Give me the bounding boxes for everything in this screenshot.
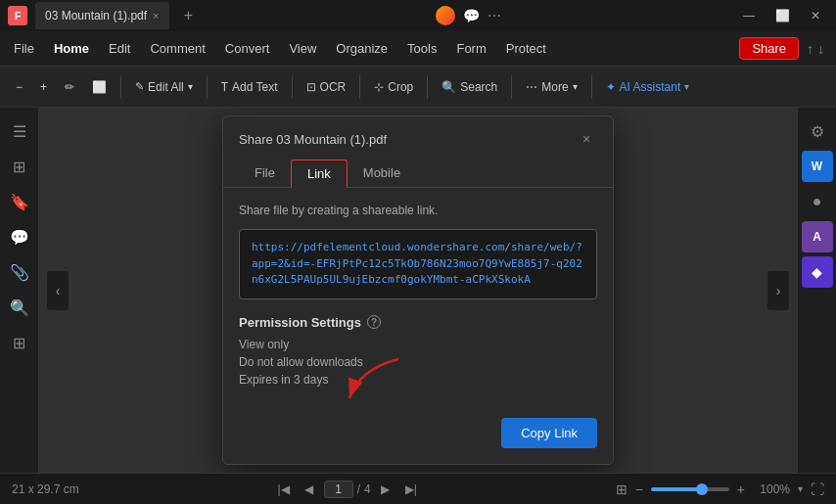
page-separator: / — [357, 482, 360, 496]
zoom-in-icon[interactable]: + — [737, 481, 745, 497]
share-link-box[interactable]: https://pdfelementcloud.wondershare.com/… — [239, 229, 597, 299]
add-text-icon: T — [221, 80, 228, 94]
toolbar-divider-3 — [292, 75, 293, 99]
right-btn-settings[interactable]: ⚙ — [802, 115, 833, 147]
more-chevron-icon: ▾ — [573, 81, 578, 92]
right-btn-w[interactable]: W — [802, 151, 833, 182]
copy-link-btn[interactable]: Copy Link — [501, 418, 597, 448]
menu-protect[interactable]: Protect — [496, 37, 556, 60]
sidebar-comment[interactable]: 💬 — [4, 221, 35, 252]
toolbar-divider-2 — [207, 75, 208, 99]
add-text-btn[interactable]: T Add Text — [213, 71, 286, 103]
sidebar-bookmark[interactable]: 🔖 — [4, 186, 35, 217]
new-tab-btn[interactable]: + — [177, 4, 201, 27]
tab-close-btn[interactable]: × — [153, 10, 159, 22]
modal-close-btn[interactable]: × — [576, 128, 597, 150]
modal-body: Share file by creating a shareable link.… — [223, 188, 613, 418]
menu-tools[interactable]: Tools — [397, 37, 446, 60]
user-avatar[interactable] — [436, 6, 455, 25]
permission-view-only: View only — [239, 338, 597, 351]
zoom-out-icon: − — [16, 80, 23, 94]
fullscreen-icon[interactable]: ⛶ — [811, 481, 824, 497]
sidebar-layers[interactable]: ⊞ — [4, 327, 35, 358]
edit-icon: ✎ — [135, 80, 144, 93]
menu-edit[interactable]: Edit — [99, 37, 140, 60]
menu-organize[interactable]: Organize — [326, 37, 397, 60]
modal-tab-file[interactable]: File — [239, 160, 291, 188]
toolbar: − + ✏ ⬜ ✎ Edit All ▾ T Add Text ⊡ OCR ⊹ … — [0, 67, 836, 108]
pdf-viewer: HOW IED? ‹ › Share 03 Mountain (1).pdf × — [39, 108, 797, 473]
search-icon: 🔍 — [441, 80, 456, 94]
last-page-btn[interactable]: ▶| — [400, 479, 422, 500]
modal-footer: Copy Link — [223, 418, 613, 464]
search-btn[interactable]: 🔍 Search — [434, 71, 505, 103]
ai-chevron-icon: ▾ — [684, 81, 689, 92]
more-icon: ⋯ — [526, 80, 537, 94]
ocr-btn[interactable]: ⊡ OCR — [299, 71, 354, 103]
page-input[interactable] — [324, 481, 353, 498]
toolbar-divider-4 — [359, 75, 360, 99]
shapes-btn[interactable]: ⬜ — [84, 71, 115, 103]
titlebar-center: 💬 ⋯ — [201, 6, 737, 25]
first-page-btn[interactable]: |◀ — [273, 479, 295, 500]
ai-assistant-btn[interactable]: ✦ AI Assistant ▾ — [598, 71, 698, 103]
zoom-out-btn[interactable]: − — [8, 71, 30, 103]
close-btn[interactable]: ✕ — [803, 3, 828, 28]
titlebar-right: — ⬜ ✕ — [736, 3, 828, 28]
sidebar-hand-tool[interactable]: ☰ — [4, 115, 35, 147]
zoom-dropdown-icon[interactable]: ▾ — [798, 483, 803, 494]
fit-width-icon[interactable]: ⊞ — [616, 481, 627, 497]
titlebar-left: F 03 Mountain (1).pdf × + — [8, 2, 201, 29]
menubar: File Home Edit Comment Convert View Orga… — [0, 31, 836, 67]
zoom-slider[interactable] — [651, 487, 729, 491]
sidebar-attachment[interactable]: 📎 — [4, 256, 35, 288]
menu-file[interactable]: File — [4, 37, 44, 60]
menu-form[interactable]: Form — [446, 37, 495, 60]
restore-btn[interactable]: ⬜ — [769, 3, 795, 28]
right-sidebar: ⚙ W ● A ◆ — [797, 108, 836, 473]
next-page-btn[interactable]: ▶ — [375, 479, 396, 500]
ai-icon: ✦ — [606, 80, 616, 94]
crop-btn[interactable]: ⊹ Crop — [366, 71, 421, 103]
menu-convert[interactable]: Convert — [215, 37, 280, 60]
zoom-in-icon: + — [40, 80, 47, 94]
sidebar-search[interactable]: 🔍 — [4, 292, 35, 323]
right-btn-a[interactable]: A — [802, 221, 833, 252]
permission-help-icon[interactable]: ? — [367, 315, 381, 329]
right-btn-diamond[interactable]: ◆ — [802, 256, 833, 288]
more-btn[interactable]: ⋯ More ▾ — [518, 71, 584, 103]
minimize-btn[interactable]: — — [736, 3, 762, 28]
titlebar-icon-chat[interactable]: 💬 — [463, 8, 480, 23]
titlebar-icon-more[interactable]: ⋯ — [488, 8, 501, 23]
edit-all-btn[interactable]: ✎ Edit All ▾ — [127, 71, 201, 103]
share-button[interactable]: Share — [739, 37, 799, 60]
sidebar-thumbnail[interactable]: ⊞ — [4, 151, 35, 182]
permission-section: Permission Settings ? View only Do not a… — [239, 315, 597, 387]
modal-header: Share 03 Mountain (1).pdf × — [223, 116, 613, 150]
zoom-out-icon[interactable]: − — [635, 481, 643, 497]
highlight-btn[interactable]: ✏ — [57, 71, 82, 103]
toolbar-divider-7 — [591, 75, 592, 99]
bottombar: 21 x 29.7 cm |◀ ◀ / 4 ▶ ▶| ⊞ − + 100% ▾ … — [0, 473, 836, 504]
share-description: Share file by creating a shareable link. — [239, 204, 597, 217]
menu-home[interactable]: Home — [44, 37, 99, 60]
permission-title: Permission Settings ? — [239, 315, 597, 330]
permission-expires: Expires in 3 days — [239, 373, 597, 387]
tab-item[interactable]: 03 Mountain (1).pdf × — [35, 2, 169, 29]
tab-title: 03 Mountain (1).pdf — [45, 9, 147, 23]
zoom-handle[interactable] — [696, 483, 708, 495]
prev-page-btn[interactable]: ◀ — [299, 479, 320, 500]
modal-tab-link[interactable]: Link — [291, 160, 348, 188]
menu-extra-icons: ↑ ↓ — [799, 41, 832, 57]
modal-title: Share 03 Mountain (1).pdf — [239, 132, 387, 147]
toolbar-divider-5 — [427, 75, 428, 99]
zoom-in-btn[interactable]: + — [32, 71, 55, 103]
right-btn-dot[interactable]: ● — [802, 186, 833, 217]
app-logo: F — [8, 6, 27, 25]
zoom-value: 100% — [753, 482, 790, 496]
modal-overlay: Share 03 Mountain (1).pdf × File Link Mo… — [39, 108, 797, 473]
menu-comment[interactable]: Comment — [140, 37, 214, 60]
highlight-icon: ✏ — [65, 80, 74, 94]
menu-view[interactable]: View — [279, 37, 326, 60]
modal-tab-mobile[interactable]: Mobile — [348, 160, 416, 188]
